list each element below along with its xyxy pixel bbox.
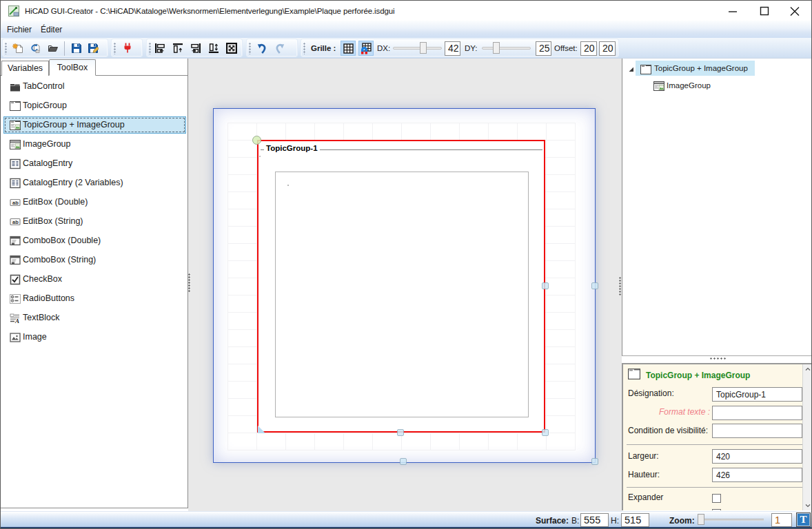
svg-text:ab: ab: [12, 200, 19, 206]
svg-text:A: A: [14, 318, 19, 324]
svg-text:ab: ab: [12, 219, 19, 225]
